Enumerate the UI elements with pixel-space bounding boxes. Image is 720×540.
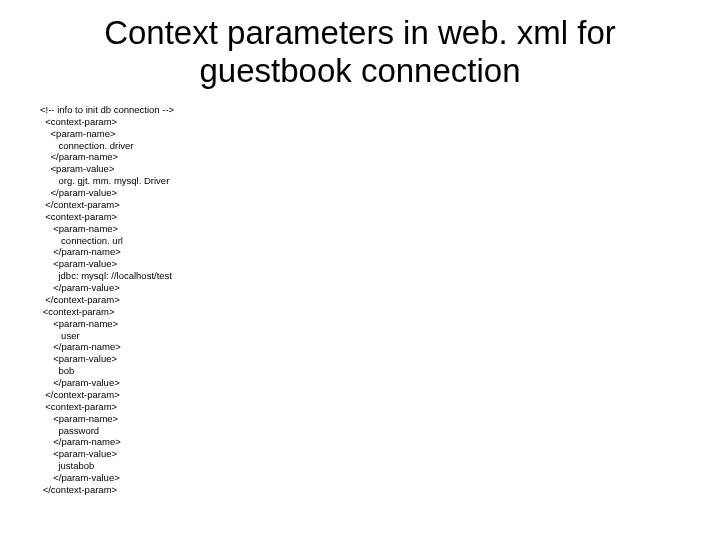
slide: Context parameters in web. xml for guest… (0, 0, 720, 540)
slide-title: Context parameters in web. xml for guest… (40, 14, 680, 90)
title-line-2: guestbook connection (199, 52, 520, 89)
code-block: <!-- info to init db connection --> <con… (40, 104, 680, 496)
title-line-1: Context parameters in web. xml for (104, 14, 616, 51)
